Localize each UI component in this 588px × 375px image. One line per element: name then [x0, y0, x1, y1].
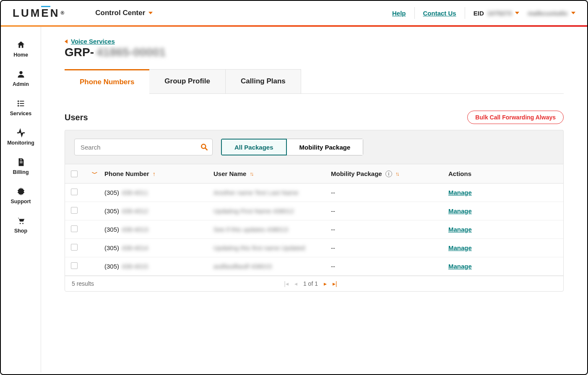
search-input[interactable]: [74, 139, 213, 155]
manage-link[interactable]: Manage: [448, 189, 472, 196]
svg-line-14: [206, 148, 208, 150]
topbar-right: Help Contact Us EID 1075273 malkcustodic: [392, 7, 575, 19]
tab-phone-numbers[interactable]: Phone Numbers: [65, 69, 149, 94]
search-icon: [200, 143, 208, 151]
tab-calling-plans[interactable]: Calling Plans: [226, 69, 301, 93]
invoice-icon: $: [16, 158, 26, 167]
app-window: LUMEN® Control Center Help Contact Us EI…: [0, 0, 588, 375]
phone-number: 438-4012: [122, 207, 148, 215]
row-checkbox[interactable]: [71, 262, 78, 269]
section-title: Users: [65, 113, 88, 122]
pager-last-icon[interactable]: ▸|: [333, 280, 337, 287]
expand-column-toggle[interactable]: ﹀: [92, 170, 98, 178]
manage-link[interactable]: Manage: [448, 226, 472, 233]
svg-point-5: [17, 105, 19, 107]
phone-cell: (305) 438-4014: [104, 244, 213, 251]
logo-text-pre: LUM: [13, 7, 41, 20]
pager-status: 1 of 1: [303, 280, 318, 287]
sidebar-item-monitoring[interactable]: Monitoring: [1, 122, 41, 152]
package-cell: --: [331, 244, 448, 251]
col-label: Phone Number: [104, 170, 149, 177]
pager-first-icon[interactable]: |◂: [284, 280, 289, 287]
select-all-checkbox[interactable]: [71, 171, 78, 177]
filter-all-packages[interactable]: All Packages: [221, 139, 287, 155]
logo-e: E: [41, 7, 50, 20]
title-id: 41865-00001: [96, 46, 166, 59]
sidebar-item-label: Home: [13, 52, 28, 58]
divider: [465, 7, 465, 19]
phone-cell: (305) 438-4012: [104, 207, 213, 215]
sidebar-item-label: Admin: [13, 81, 29, 87]
sidebar-item-services[interactable]: Services: [1, 93, 41, 122]
sidebar: Home Admin Services Monitoring $ Billing…: [1, 27, 41, 372]
user-name-cell: See if this updates 438013: [213, 226, 288, 233]
toolbar: All Packages Mobility Package: [65, 130, 564, 164]
svg-point-3: [17, 103, 19, 104]
home-icon: [16, 40, 26, 49]
tabs: Phone Numbers Group Profile Calling Plan…: [65, 69, 564, 94]
body: Home Admin Services Monitoring $ Billing…: [1, 27, 587, 372]
phone-prefix: (305): [104, 207, 119, 215]
portal-switcher[interactable]: Control Center: [95, 9, 153, 17]
eid-value: 1075273: [487, 10, 512, 17]
manage-link[interactable]: Manage: [448, 207, 472, 215]
contact-link[interactable]: Contact Us: [423, 10, 456, 17]
search-wrap: [74, 139, 213, 155]
divider: [414, 7, 415, 19]
manage-link[interactable]: Manage: [448, 244, 472, 251]
col-user-name[interactable]: User Name ↑↓: [213, 170, 331, 177]
package-cell: --: [331, 207, 448, 215]
logo-text-post: N: [50, 7, 60, 20]
phone-prefix: (305): [104, 263, 119, 270]
sidebar-item-billing[interactable]: $ Billing: [1, 152, 41, 181]
phone-cell: (305) 438-4015: [104, 263, 213, 270]
sidebar-item-shop[interactable]: Shop: [1, 210, 41, 240]
phone-number: 438-4011: [122, 189, 148, 196]
row-checkbox[interactable]: [71, 207, 78, 214]
users-table: ﹀ Phone Number ↑ User Name ↑↓ Mobility P…: [65, 164, 564, 292]
tab-group-profile[interactable]: Group Profile: [149, 69, 226, 93]
section-header: Users Bulk Call Forwarding Always: [65, 111, 564, 124]
filter-mobility-package[interactable]: Mobility Package: [287, 139, 364, 155]
sort-icon: ↑↓: [250, 171, 252, 177]
page-title: GRP-41865-00001: [65, 46, 564, 59]
pager-prev-icon[interactable]: ◂: [294, 280, 297, 287]
breadcrumb: Voice Services: [65, 38, 564, 45]
sidebar-item-label: Shop: [14, 228, 27, 234]
brand-logo: LUMEN®: [13, 7, 66, 20]
bulk-call-forwarding-button[interactable]: Bulk Call Forwarding Always: [467, 111, 564, 124]
eid-dropdown[interactable]: EID 1075273: [474, 10, 519, 17]
table-row: (305) 438-4013See if this updates 438013…: [65, 220, 563, 239]
user-name-cell: Updating this first name Updated: [213, 244, 305, 251]
sidebar-item-support[interactable]: Support: [1, 181, 41, 210]
phone-prefix: (305): [104, 244, 119, 251]
manage-link[interactable]: Manage: [448, 263, 472, 270]
row-checkbox[interactable]: [71, 189, 78, 195]
user-name-cell: Another name Test Last Name: [213, 189, 298, 196]
package-cell: --: [331, 263, 448, 270]
package-cell: --: [331, 226, 448, 233]
table-footer: 5 results |◂ ◂ 1 of 1 ▸ ▸|: [65, 276, 563, 291]
row-checkbox[interactable]: [71, 225, 78, 232]
gear-icon: [16, 187, 26, 196]
svg-rect-6: [20, 106, 24, 106]
portal-name: Control Center: [95, 9, 145, 17]
col-label: Actions: [448, 170, 471, 177]
table-header: ﹀ Phone Number ↑ User Name ↑↓ Mobility P…: [65, 164, 563, 184]
user-dropdown[interactable]: malkcustodic: [528, 10, 575, 17]
col-mobility-package[interactable]: Mobility Package i ↑↓: [331, 170, 448, 177]
col-phone-number[interactable]: Phone Number ↑: [104, 170, 213, 177]
help-link[interactable]: Help: [392, 10, 406, 17]
pager-next-icon[interactable]: ▸: [324, 280, 327, 287]
svg-rect-4: [20, 103, 24, 104]
phone-number: 438-4013: [122, 226, 148, 233]
breadcrumb-parent-link[interactable]: Voice Services: [71, 38, 115, 45]
row-checkbox[interactable]: [71, 244, 78, 251]
svg-rect-7: [20, 161, 22, 162]
info-icon[interactable]: i: [385, 171, 392, 177]
sidebar-item-home[interactable]: Home: [1, 34, 41, 64]
results-count: 5 results: [72, 280, 94, 287]
svg-point-11: [19, 223, 21, 224]
sidebar-item-admin[interactable]: Admin: [1, 64, 41, 93]
phone-number: 438-4014: [122, 244, 148, 251]
